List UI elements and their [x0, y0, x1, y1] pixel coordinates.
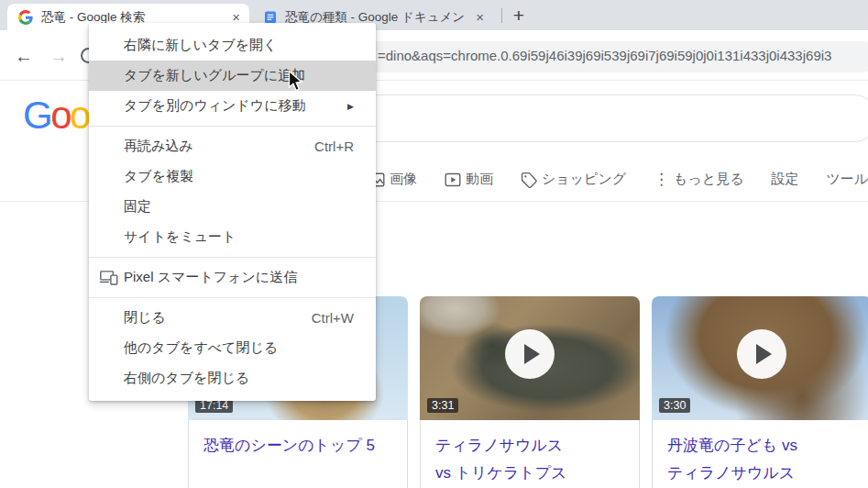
menu-item-new-tab-right[interactable]: 右隣に新しいタブを開く: [89, 30, 376, 61]
menu-item-mute-site[interactable]: サイトをミュート: [89, 222, 376, 252]
result-nav: 画像 動画 ショッピング ⋮ もっと見る 設定: [368, 171, 868, 188]
url-text: =dino&aqs=chrome.0.69i59j46i39j69i539j69…: [378, 48, 831, 63]
video-duration: 3:31: [427, 398, 458, 413]
menu-item-close[interactable]: 閉じる Ctrl+W: [89, 303, 376, 333]
menu-item-reload[interactable]: 再読み込み Ctrl+R: [89, 131, 376, 161]
video-duration: 3:30: [659, 398, 690, 413]
video-title[interactable]: ティラノサウルス: [435, 432, 624, 460]
back-icon[interactable]: ←: [13, 45, 35, 67]
browser-window: 恐竜 - Google 検索 × 恐竜の種類 - Google ドキュメン × …: [0, 0, 868, 488]
nav-videos[interactable]: 動画: [445, 171, 493, 188]
video-title-line2[interactable]: vs トリケラトプス: [435, 460, 624, 487]
nav-label: ツール: [827, 171, 868, 188]
menu-item-pin[interactable]: 固定: [89, 192, 376, 222]
nav-settings[interactable]: 設定: [772, 171, 799, 188]
nav-label: 画像: [390, 171, 417, 188]
shortcut-label: Ctrl+R: [314, 139, 354, 154]
more-vert-icon: ⋮: [654, 172, 669, 187]
video-card-body: ティラノサウルス vs トリケラトプス: [420, 420, 640, 488]
nav-tools[interactable]: ツール: [827, 171, 868, 188]
menu-separator: [89, 257, 376, 258]
menu-item-add-to-group[interactable]: タブを新しいグループに追加: [89, 61, 376, 91]
video-title-line2[interactable]: ティラノサウルス: [667, 460, 856, 487]
tab-context-menu: 右隣に新しいタブを開く タブを新しいグループに追加 タブを別のウィンドウに移動 …: [89, 23, 376, 401]
mouse-cursor: [288, 70, 304, 96]
devices-icon: [99, 270, 118, 288]
menu-item-close-others[interactable]: 他のタブをすべて閉じる: [89, 333, 376, 363]
forward-icon[interactable]: →: [48, 45, 70, 67]
nav-label: もっと見る: [674, 171, 743, 188]
video-title[interactable]: 丹波竜の子ども vs: [667, 432, 856, 460]
video-card: 3:30 丹波竜の子ども vs ティラノサウルス: [652, 296, 868, 488]
shortcut-label: Ctrl+W: [312, 310, 354, 326]
video-card-body: 丹波竜の子ども vs ティラノサウルス: [652, 420, 868, 488]
video-card-body: 恐竜のシーンのトップ 5: [188, 420, 408, 488]
nav-label: ショッピング: [542, 171, 626, 188]
video-title[interactable]: 恐竜のシーンのトップ 5: [203, 432, 392, 460]
menu-separator: [89, 126, 376, 127]
tab-separator: [501, 8, 502, 23]
menu-item-close-right[interactable]: 右側のタブを閉じる: [89, 363, 376, 394]
nav-label: 設定: [772, 171, 799, 188]
video-icon: [445, 172, 461, 188]
video-card: 3:31 ティラノサウルス vs トリケラトプス: [420, 296, 640, 488]
google-docs-icon: [264, 11, 277, 24]
new-tab-button[interactable]: +: [506, 3, 532, 28]
nav-label: 動画: [466, 171, 493, 188]
video-thumbnail[interactable]: 3:31: [420, 296, 640, 420]
play-icon: [505, 329, 555, 379]
nav-shopping[interactable]: ショッピング: [521, 171, 626, 188]
tab-close-icon[interactable]: ×: [476, 10, 484, 24]
nav-more[interactable]: ⋮ もっと見る: [654, 171, 743, 188]
menu-item-send-to-pixel[interactable]: Pixel スマートフォンに送信: [89, 262, 376, 293]
tab-close-icon[interactable]: ×: [232, 10, 240, 24]
submenu-arrow-icon: ▶: [347, 102, 354, 111]
google-g-icon: [18, 10, 33, 25]
menu-item-duplicate[interactable]: タブを複製: [89, 161, 376, 192]
play-icon: [737, 329, 786, 379]
menu-separator: [89, 297, 376, 298]
video-thumbnail[interactable]: 3:30: [652, 296, 868, 420]
menu-item-move-to-window[interactable]: タブを別のウィンドウに移動 ▶: [89, 91, 376, 121]
tag-icon: [521, 172, 537, 188]
